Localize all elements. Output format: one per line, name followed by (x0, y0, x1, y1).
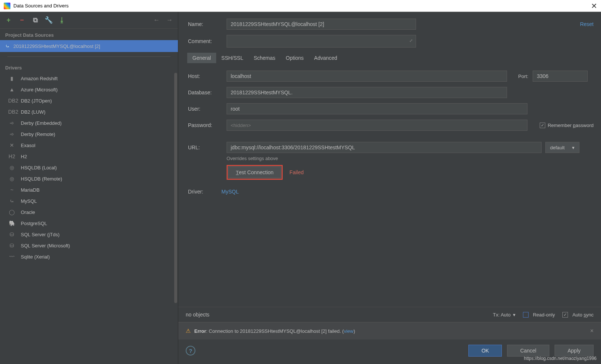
main-panel: Name: Reset Comment: ⤢ GeneralSSH/SSLSch… (178, 12, 601, 364)
tx-mode-select[interactable]: Tx: Auto ▾ (493, 312, 516, 318)
driver-label: DB2 (LUW) (21, 109, 45, 115)
drivers-header: Drivers (0, 61, 178, 73)
driver-icon: ⤿ (8, 198, 16, 204)
autosync-checkbox[interactable]: ✓Auto sync (562, 312, 594, 318)
url-input[interactable] (227, 142, 542, 153)
tab-options[interactable]: Options (280, 53, 309, 63)
driver-item[interactable]: DB2DB2 (LUW) (0, 106, 178, 117)
driver-item[interactable]: 〰Sqlite (Xerial) (0, 251, 178, 262)
forward-icon[interactable]: → (166, 16, 173, 24)
scrollbar-thumb[interactable] (174, 73, 177, 303)
test-connection-highlight: Test Connection (227, 165, 283, 180)
database-input[interactable] (227, 87, 507, 98)
password-label: Password: (188, 122, 227, 128)
datasource-label: 20181229SSHtestMYSQL@localhost [2] (13, 43, 100, 49)
project-data-sources-header: Project Data Sources (0, 29, 178, 40)
driver-label: Derby (Embedded) (21, 120, 62, 126)
host-label: Host: (188, 73, 227, 79)
driver-item[interactable]: ◯Oracle (0, 207, 178, 218)
driver-item[interactable]: ⛁SQL Server (jTds) (0, 229, 178, 240)
port-label: Port: (518, 74, 528, 79)
driver-icon: ➾ (8, 120, 16, 126)
password-input[interactable]: <hidden> (227, 120, 527, 131)
driver-label: DB2 (JTOpen) (21, 98, 52, 104)
tab-ssh-ssl[interactable]: SSH/SSL (216, 53, 248, 63)
driver-item[interactable]: ⛁SQL Server (Microsoft) (0, 240, 178, 251)
driver-icon: H2 (8, 153, 16, 159)
database-label: Database: (188, 90, 227, 95)
driver-icon: DB2 (8, 98, 16, 104)
driver-label: HSQLDB (Remote) (21, 176, 62, 182)
expand-icon[interactable]: ⤢ (409, 38, 413, 43)
driver-icon: DB2 (8, 109, 16, 115)
driver-item[interactable]: ✕Exasol (0, 140, 178, 151)
tab-advanced[interactable]: Advanced (309, 53, 342, 63)
driver-item[interactable]: ➾Derby (Remote) (0, 129, 178, 140)
user-label: User: (188, 106, 227, 112)
sidebar: + − ⧉ 🔧 ⭳ ← → Project Data Sources ⤿ 201… (0, 12, 178, 364)
driver-item[interactable]: H2H2 (0, 151, 178, 162)
error-bar: ⚠ Error: Connection to 20181229SSHtestMY… (178, 322, 601, 339)
copy-icon[interactable]: ⧉ (32, 17, 39, 23)
driver-icon: ◎ (8, 176, 16, 182)
driver-icon: ▲ (8, 87, 16, 92)
window-titlebar: Data Sources and Drivers ✕ (0, 0, 601, 12)
back-icon[interactable]: ← (153, 16, 160, 24)
error-view-link[interactable]: view (344, 328, 354, 334)
cancel-button[interactable]: Cancel (507, 345, 549, 357)
driver-item[interactable]: ▮Amazon Redshift (0, 73, 178, 84)
url-mode-select[interactable]: default ▾ (545, 142, 579, 153)
no-objects-label: no objects (186, 312, 209, 318)
remove-icon[interactable]: − (19, 17, 25, 23)
driver-icon: ✕ (8, 142, 16, 148)
add-icon[interactable]: + (5, 17, 12, 23)
driver-label: Exasol (21, 143, 35, 148)
driver-item[interactable]: ▲Azure (Microsoft) (0, 84, 178, 95)
remember-password-checkbox[interactable]: ✓ Remember password (540, 123, 594, 128)
driver-label: Amazon Redshift (21, 76, 58, 81)
user-input[interactable] (227, 103, 527, 114)
driver-label: Azure (Microsoft) (21, 87, 58, 92)
sidebar-toolbar: + − ⧉ 🔧 ⭳ ← → (0, 12, 178, 29)
comment-label: Comment: (188, 38, 227, 44)
tab-general[interactable]: General (187, 53, 216, 63)
driver-label: H2 (21, 154, 27, 159)
name-input[interactable] (227, 19, 416, 30)
driver-label: PostgreSQL (21, 221, 47, 226)
driver-item[interactable]: ➾Derby (Embedded) (0, 117, 178, 129)
driver-icon: ◎ (8, 165, 16, 170)
error-close-icon[interactable]: × (590, 328, 594, 334)
datasource-item[interactable]: ⤿ 20181229SSHtestMYSQL@localhost [2] (0, 40, 178, 52)
comment-input[interactable]: ⤢ (227, 35, 416, 48)
ok-button[interactable]: OK (468, 345, 502, 357)
driver-label: Derby (Remote) (21, 131, 55, 137)
host-input[interactable] (227, 71, 507, 82)
driver-item[interactable]: DB2DB2 (JTOpen) (0, 95, 178, 106)
warning-icon: ⚠ (186, 328, 191, 334)
reset-link[interactable]: Reset (580, 21, 594, 27)
port-input[interactable] (533, 71, 588, 82)
driver-label: SQL Server (Microsoft) (21, 243, 70, 248)
driver-item[interactable]: ⤿MySQL (0, 195, 178, 207)
driver-label: SQL Server (jTds) (21, 232, 59, 237)
driver-item[interactable]: 🐘PostgreSQL (0, 218, 178, 229)
name-label: Name: (188, 21, 227, 27)
driver-link[interactable]: MySQL (221, 189, 239, 195)
apply-button[interactable]: Apply (555, 345, 594, 357)
driver-label: Sqlite (Xerial) (21, 254, 50, 260)
settings-icon[interactable]: 🔧 (45, 17, 52, 23)
driver-label: Oracle (21, 209, 35, 215)
window-close-icon[interactable]: ✕ (591, 1, 597, 10)
driver-item[interactable]: ◎HSQLDB (Remote) (0, 173, 178, 184)
readonly-checkbox[interactable]: Read-only (523, 312, 555, 318)
import-icon[interactable]: ⭳ (59, 17, 65, 23)
help-icon[interactable]: ? (186, 346, 195, 355)
driver-item[interactable]: ◎HSQLDB (Local) (0, 162, 178, 173)
chevron-down-icon: ▾ (572, 145, 575, 150)
tab-schemas[interactable]: Schemas (248, 53, 280, 63)
test-connection-button[interactable]: Test Connection (228, 166, 281, 178)
driver-label: MySQL (21, 198, 37, 204)
driver-item[interactable]: ~MariaDB (0, 184, 178, 195)
error-label: Error (194, 328, 206, 334)
driver-icon: ⛁ (8, 243, 16, 248)
